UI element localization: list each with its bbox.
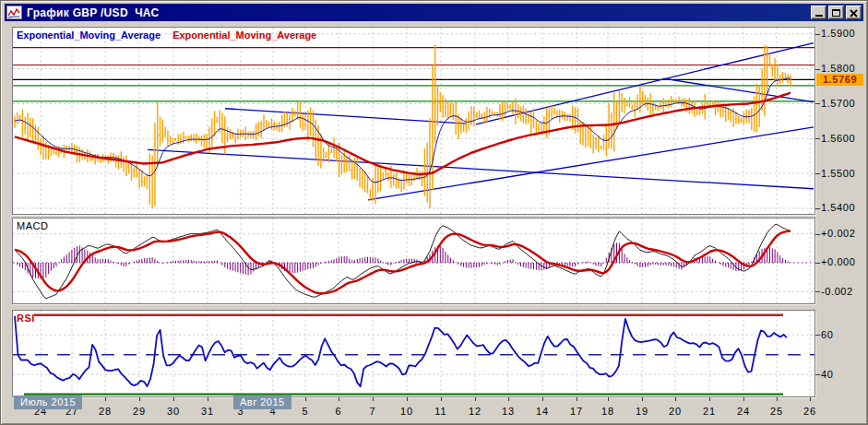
date-label: 19 (636, 406, 648, 417)
rsi-label: RSI (17, 313, 35, 324)
month-badge: Авг 2015 (233, 395, 291, 409)
date-tick (777, 397, 778, 401)
axis-tick (815, 335, 820, 336)
date-label: 21 (703, 406, 716, 417)
macd-chart-svg[interactable] (13, 218, 814, 303)
date-tick (475, 397, 476, 401)
axis-tick (815, 138, 820, 139)
date-label: 13 (502, 406, 515, 417)
chart-window: График GBP /USD ЧАС Exponential_Moving_A… (0, 0, 868, 425)
date-label: 11 (434, 406, 446, 417)
date-label: 17 (570, 406, 583, 417)
date-tick (508, 397, 509, 401)
date-label: 10 (400, 406, 413, 417)
date-label: 29 (133, 406, 146, 417)
date-label: 6 (335, 406, 341, 417)
price-axis-label: 1.5800 (821, 63, 855, 74)
rsi-panel[interactable]: RSI (12, 310, 815, 397)
price-axis-label: 1.5900 (821, 28, 855, 39)
price-axis-label: 1.5400 (821, 202, 855, 213)
axis-tick (815, 208, 820, 209)
date-tick (810, 397, 811, 401)
date-label: 31 (201, 406, 214, 417)
trend-line[interactable] (148, 149, 814, 188)
axis-tick (815, 34, 820, 35)
date-label: 12 (469, 406, 482, 417)
axis-tick (815, 173, 820, 174)
date-tick (173, 397, 174, 401)
axis-tick (815, 374, 820, 375)
date-label: 30 (167, 406, 180, 417)
current-price-badge: 1.5769 (816, 74, 863, 86)
minimize-button[interactable] (811, 6, 826, 19)
date-tick (709, 397, 710, 401)
date-label: 25 (770, 406, 783, 417)
date-label: 24 (737, 406, 750, 417)
date-tick (105, 397, 106, 401)
date-label: 20 (669, 406, 682, 417)
date-tick (642, 397, 643, 401)
date-label: 26 (803, 406, 816, 417)
date-label: 18 (601, 406, 614, 417)
axis-tick (815, 103, 820, 104)
close-icon (850, 9, 858, 18)
date-tick (407, 397, 408, 401)
rsi-axis-label: 40 (821, 369, 833, 380)
ema-legend-blue: Exponential_Moving_Average (17, 30, 161, 41)
month-badge: Июль 2015 (14, 395, 82, 409)
ema-legend-red: Exponential_Moving_Average (172, 30, 316, 41)
ema-slow-line (15, 93, 791, 175)
axis-tick (815, 69, 820, 70)
date-tick (675, 397, 676, 401)
axis-tick (815, 263, 820, 264)
rsi-line (15, 316, 787, 387)
price-chart-svg[interactable] (13, 28, 814, 214)
title-bar[interactable]: График GBP /USD ЧАС (5, 4, 863, 21)
macd-label: MACD (17, 220, 48, 231)
rsi-axis-label: 60 (821, 329, 833, 340)
price-axis-label: 1.5700 (821, 98, 855, 109)
axis-tick (815, 291, 820, 292)
date-tick (743, 397, 744, 401)
indicator-legend: Exponential_Moving_Average Exponential_M… (17, 30, 316, 41)
window-title: График GBP /USD ЧАС (27, 6, 160, 19)
macd-histogram (15, 242, 791, 278)
date-label: 7 (369, 406, 375, 417)
maximize-icon (832, 9, 840, 17)
date-tick (441, 397, 442, 401)
date-tick (542, 397, 543, 401)
window-controls (811, 6, 862, 19)
date-tick (608, 397, 609, 401)
date-tick (577, 397, 577, 401)
price-axis-label: 1.5600 (821, 133, 855, 144)
macd-main-line (15, 225, 791, 299)
date-tick (208, 397, 208, 401)
minimize-icon (815, 15, 823, 17)
date-tick (373, 397, 374, 401)
chart-icon (6, 6, 22, 19)
macd-axis-label: +0.000 (821, 256, 856, 267)
date-label: 28 (99, 406, 112, 417)
trend-line[interactable] (476, 43, 814, 124)
date-tick (339, 397, 339, 401)
macd-panel[interactable]: MACD (12, 218, 815, 304)
price-axis-label: 1.5500 (821, 168, 855, 179)
rsi-chart-svg[interactable] (13, 311, 814, 396)
price-chart-panel[interactable]: Exponential_Moving_Average Exponential_M… (12, 27, 815, 215)
date-tick (305, 397, 306, 401)
date-label: 5 (302, 406, 308, 417)
macd-axis-label: -0.002 (821, 286, 853, 297)
date-label: 14 (536, 406, 549, 417)
maximize-button[interactable] (828, 6, 844, 19)
axis-tick (815, 234, 820, 235)
close-button[interactable] (846, 6, 862, 19)
macd-axis-label: +0.002 (821, 228, 856, 239)
date-tick (139, 397, 140, 401)
